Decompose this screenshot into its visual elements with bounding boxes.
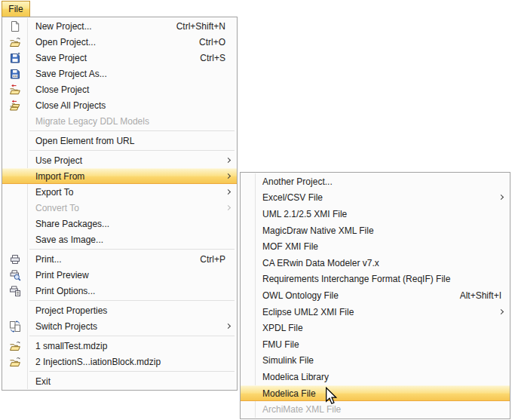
import-from-submenu: Another Project...Excel/CSV FileUML 2.1/…	[240, 172, 510, 419]
menu-item-label: Another Project...	[255, 176, 333, 187]
menu-item-simulink-file[interactable]: Simulink File	[241, 353, 510, 369]
menu-item-label: Save Project As...	[27, 69, 107, 79]
menu-item-label: Use Project	[27, 155, 82, 166]
menu-item-close-all-projects[interactable]: Close All Projects	[2, 97, 237, 113]
print-icon	[2, 253, 27, 265]
submenu-arrow-icon	[225, 204, 231, 210]
menu-item-label: Save as Image...	[27, 235, 103, 245]
menu-item-modelica-library[interactable]: Modelica Library	[241, 369, 510, 385]
menu-item-label: Simulink File	[255, 355, 314, 366]
print-options-icon	[2, 285, 27, 297]
switch-projects-icon	[2, 320, 27, 333]
submenu-arrow-icon	[498, 309, 504, 314]
menu-item-1-smalltest-mdzip[interactable]: 1 smallTest.mdzip	[2, 338, 237, 354]
menu-item-another-project[interactable]: Another Project...	[241, 173, 510, 190]
menu-item-open-element-from-url[interactable]: Open Element from URL	[2, 133, 237, 149]
menu-item-shortcut: Ctrl+P	[200, 254, 237, 265]
menu-item-label: Migrate Legacy DDL Models	[27, 116, 149, 127]
recent-project-icon	[2, 340, 27, 352]
menu-item-label: Print Options...	[27, 286, 95, 296]
menu-item-label: Project Properties	[27, 305, 107, 316]
menu-item-print-preview[interactable]: Print Preview	[2, 267, 237, 283]
menu-item-label: 1 smallTest.mdzip	[27, 341, 107, 351]
menu-item-label: Save Project	[27, 53, 87, 63]
menu-item-label: MagicDraw Native XML File	[255, 225, 374, 236]
menu-item-label: Excel/CSV File	[255, 192, 323, 203]
menu-item-label: ArchiMate XML File	[255, 404, 341, 415]
menu-item-label: Requirements Interchange Format (ReqIF) …	[255, 274, 450, 284]
menu-item-close-project[interactable]: Close Project	[2, 81, 237, 97]
menu-item-label: Import From	[27, 171, 84, 182]
menu-item-label: Close Project	[27, 84, 89, 95]
menu-item-label: MOF XMI File	[255, 241, 318, 252]
menu-item-label: Eclipse UML2 XMI File	[255, 307, 354, 317]
menu-item-label: Print Preview	[27, 270, 89, 281]
menu-separator	[29, 249, 235, 250]
mouse-cursor	[325, 387, 337, 405]
menu-item-shortcut: Ctrl+S	[200, 53, 237, 63]
menu-separator	[29, 130, 235, 131]
menu-item-new-project[interactable]: New Project...Ctrl+Shift+N	[2, 18, 237, 34]
save-project-icon	[2, 52, 27, 64]
menu-item-mof-xmi-file[interactable]: MOF XMI File	[241, 238, 510, 255]
menu-separator	[29, 300, 235, 301]
menu-item-label: Exit	[27, 376, 51, 387]
menu-item-label: Modelica File	[255, 388, 316, 399]
menu-item-save-as-image[interactable]: Save as Image...	[2, 231, 237, 247]
menu-item-convert-to: Convert To	[2, 200, 237, 216]
menu-separator	[29, 150, 235, 151]
menu-separator	[29, 371, 235, 372]
menu-item-switch-projects[interactable]: Switch Projects	[2, 318, 237, 334]
file-menu: New Project...Ctrl+Shift+NOpen Project..…	[2, 17, 238, 391]
print-preview-icon	[2, 269, 27, 281]
menu-item-label: Export To	[27, 187, 73, 198]
menu-item-ca-erwin-data-modeler-v7-x[interactable]: CA ERwin Data Modeler v7.x	[241, 255, 510, 271]
menu-item-shortcut: Ctrl+O	[199, 37, 237, 48]
menu-item-label: 2 InjectionS...iationBlock.mdzip	[27, 357, 161, 367]
close-project-icon	[2, 84, 27, 96]
application-window: { "menubar": { "file_label": "File" }, "…	[0, 0, 512, 420]
menu-item-label: Share Packages...	[27, 219, 109, 229]
menu-item-magicdraw-native-xml-file[interactable]: MagicDraw Native XML File	[241, 222, 510, 239]
menu-item-label: UML 2.1/2.5 XMI File	[255, 209, 347, 219]
menu-item-owl-ontology-file[interactable]: OWL Ontology FileAlt+Shift+I	[241, 287, 510, 304]
menu-item-share-packages[interactable]: Share Packages...	[2, 216, 237, 231]
menu-item-requirements-interchange-format-reqif-file[interactable]: Requirements Interchange Format (ReqIF) …	[241, 271, 510, 288]
menu-item-label: Convert To	[27, 203, 79, 213]
submenu-arrow-icon	[225, 323, 231, 328]
menu-item-project-properties[interactable]: Project Properties	[2, 302, 237, 318]
menu-item-label: Modelica Library	[255, 372, 329, 382]
menu-item-export-to[interactable]: Export To	[2, 184, 237, 200]
menu-item-label: New Project...	[27, 21, 92, 32]
menu-item-label: Open Element from URL	[27, 136, 134, 146]
menu-item-shortcut: Alt+Shift+I	[460, 290, 510, 301]
menu-item-modelica-file[interactable]: Modelica File	[241, 385, 510, 402]
menu-item-2-injections-iationblock-mdzip[interactable]: 2 InjectionS...iationBlock.mdzip	[2, 354, 237, 369]
menu-item-open-project[interactable]: Open Project...Ctrl+O	[2, 34, 237, 50]
open-project-icon	[2, 36, 27, 48]
save-project-as-icon	[2, 68, 27, 80]
close-all-projects-icon	[2, 100, 27, 112]
menu-item-save-project-as[interactable]: Save Project As...	[2, 66, 237, 81]
menu-item-uml-2-1-2-5-xmi-file[interactable]: UML 2.1/2.5 XMI File	[241, 206, 510, 222]
menu-item-exit[interactable]: Exit	[2, 373, 237, 389]
menu-item-label: Switch Projects	[27, 321, 97, 332]
menu-item-print-options[interactable]: Print Options...	[2, 283, 237, 299]
menu-item-save-project[interactable]: Save ProjectCtrl+S	[2, 50, 237, 66]
menu-item-print[interactable]: Print...Ctrl+P	[2, 251, 237, 267]
menu-item-label: XPDL File	[255, 323, 303, 333]
menu-item-fmu-file[interactable]: FMU File	[241, 336, 510, 353]
menu-item-xpdl-file[interactable]: XPDL File	[241, 320, 510, 336]
menu-item-use-project[interactable]: Use Project	[2, 152, 237, 168]
menu-separator	[29, 336, 235, 336]
menu-item-excel-csv-file[interactable]: Excel/CSV File	[241, 190, 510, 207]
menu-item-label: Open Project...	[27, 37, 96, 48]
new-project-icon	[2, 20, 27, 32]
menu-item-import-from[interactable]: Import From	[2, 168, 237, 184]
submenu-arrow-icon	[225, 173, 231, 178]
submenu-arrow-icon	[225, 189, 231, 194]
menu-item-label: Close All Projects	[27, 100, 106, 111]
menubar-file[interactable]: File	[2, 1, 30, 17]
menu-item-eclipse-uml2-xmi-file[interactable]: Eclipse UML2 XMI File	[241, 304, 510, 320]
submenu-arrow-icon	[225, 157, 231, 162]
